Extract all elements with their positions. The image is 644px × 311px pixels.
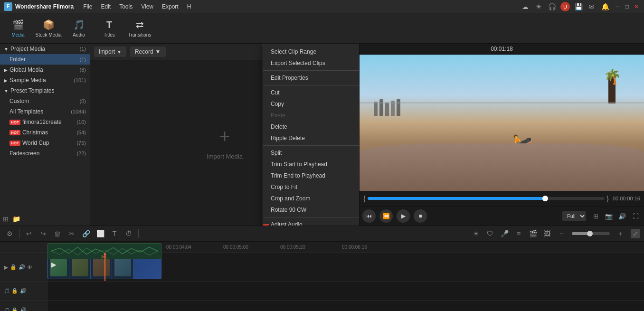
fullscreen-icon[interactable]: ⛶ <box>630 210 641 222</box>
zoom-slider[interactable] <box>572 232 610 235</box>
play-button[interactable]: ▶ <box>397 209 410 223</box>
tl-movie-button[interactable]: 🎬 <box>527 228 539 239</box>
toolbar-stock-media[interactable]: 📦 Stock Media <box>34 15 63 42</box>
sidebar-icon-1[interactable]: ⊞ <box>3 215 9 223</box>
toolbar-titles[interactable]: T Titles <box>95 15 123 42</box>
toolbar-media[interactable]: 🎬 Media <box>4 15 32 42</box>
sidebar-item-project-media[interactable]: ▼ Project Media (1) <box>0 44 90 54</box>
sidebar-item-folder[interactable]: Folder (1) <box>0 54 90 65</box>
camera-snapshot-icon[interactable]: 📷 <box>603 210 615 222</box>
ctx-rotate-90[interactable]: Rotate 90 CW Ctrl+Alt+Right <box>263 204 359 216</box>
sidebar-icon-2[interactable]: 📁 <box>12 215 20 223</box>
all-templates-label: All Templates <box>9 108 71 115</box>
video-track-eye[interactable]: 👁 <box>27 264 32 270</box>
maximize-button[interactable]: □ <box>623 3 631 10</box>
sidebar-item-preset-templates[interactable]: ▼ Preset Templates <box>0 85 90 96</box>
ctx-trim-end[interactable]: Trim End to Playhead Alt+] <box>263 170 359 181</box>
scrubber-bar[interactable] <box>368 197 605 200</box>
minimize-button[interactable]: ─ <box>614 3 621 10</box>
video-track-volume[interactable]: 🔊 <box>19 264 25 270</box>
ctx-crop-to-fit[interactable]: Crop to Fit Ctrl+F <box>263 181 359 193</box>
sidebar-item-global-media[interactable]: ▶ Global Media (8) <box>0 65 90 75</box>
sidebar-item-fadescreen[interactable]: Fadescreen (22) <box>0 148 90 159</box>
custom-label: Custom <box>9 98 80 104</box>
video-frame: 🌴 🛹 🧍 <box>360 55 644 191</box>
audio-track-2-volume[interactable]: 🔊 <box>20 307 27 311</box>
headset-icon[interactable]: 🎧 <box>547 2 557 11</box>
menu-help[interactable]: H <box>183 2 195 11</box>
audio-track-volume[interactable]: 🔊 <box>20 288 27 294</box>
menu-tools[interactable]: Tools <box>115 2 136 11</box>
ctx-rotate-90-label: Rotate 90 CW <box>271 207 306 213</box>
tl-undo-button[interactable]: ↩ <box>23 228 35 239</box>
tl-redo-button[interactable]: ↪ <box>38 228 49 239</box>
import-button[interactable]: Import ▼ <box>94 47 126 57</box>
ctx-cut[interactable]: Cut Ctrl+X <box>263 87 359 98</box>
cloud-icon[interactable]: ☁ <box>521 2 530 11</box>
tl-cut-button[interactable]: ✂ <box>66 228 77 239</box>
ctx-ripple-delete[interactable]: Ripple Delete Shift+Del <box>263 132 359 144</box>
preview-icon-1[interactable]: ⊞ <box>590 210 601 222</box>
record-button[interactable]: Record ▼ <box>130 47 166 57</box>
sidebar-item-world-cup[interactable]: HOT World Cup (75) <box>0 138 90 148</box>
toolbar-transitions[interactable]: ⇄ Transitions <box>125 15 154 42</box>
tl-timer-button[interactable]: ⏱ <box>123 228 134 239</box>
ctx-crop-and-zoom[interactable]: Crop and Zoom Alt+C <box>263 193 359 204</box>
ctx-paste-label: Paste <box>271 112 285 119</box>
menu-export[interactable]: Export <box>158 2 182 11</box>
toolbar-audio[interactable]: 🎵 Audio <box>65 15 93 42</box>
timeline-tracks: 00:00 00:00:00 00:00:04:04 00:00:05:00 0… <box>47 242 644 311</box>
tl-plus-button[interactable]: + <box>615 228 626 239</box>
tl-text-button[interactable]: T <box>109 228 120 239</box>
add-media-icon[interactable]: + <box>219 126 230 147</box>
ctx-delete[interactable]: Delete Del <box>263 121 359 132</box>
sidebar-item-filmora12create[interactable]: HOT filmora12create (10) <box>0 117 90 127</box>
close-button[interactable]: ✕ <box>633 3 640 10</box>
audio-track-lock[interactable]: 🔒 <box>11 288 18 294</box>
tl-expand-button[interactable]: ⤢ <box>631 229 640 238</box>
volume-icon[interactable]: 🔊 <box>616 210 628 222</box>
timeline-toolbar: ⚙ ↩ ↪ 🗑 ✂ 🔗 ⬜ T ⏱ ☀ 🛡 🎤 ≡ 🎬 🖼 − + <box>0 226 644 242</box>
folder-count: (1) <box>80 57 86 62</box>
sidebar-item-all-templates[interactable]: All Templates (1084) <box>0 106 90 117</box>
stop-button[interactable]: ■ <box>414 209 427 223</box>
video-track-lock[interactable]: 🔒 <box>10 264 17 270</box>
avatar-icon[interactable]: U <box>560 2 570 11</box>
ruler-spacer <box>0 242 47 253</box>
zoom-slider-thumb[interactable] <box>587 231 593 236</box>
tl-delete-button[interactable]: 🗑 <box>52 228 63 239</box>
tl-crop-button[interactable]: ⬜ <box>95 228 106 239</box>
sidebar-item-sample-media[interactable]: ▶ Sample Media (101) <box>0 75 90 85</box>
tl-shield-button[interactable]: 🛡 <box>484 228 496 239</box>
notification-icon[interactable]: 🔔 <box>600 2 610 11</box>
timeline-scrubber[interactable]: { } 00:00:00:16 <box>360 191 644 206</box>
tl-link-button[interactable]: 🔗 <box>80 228 92 239</box>
mail-icon[interactable]: ✉ <box>587 2 597 11</box>
ctx-select-clip-range[interactable]: Select Clip Range X <box>263 46 359 57</box>
audio-track-2-lock[interactable]: 🔒 <box>11 307 18 311</box>
step-back-button[interactable]: ⏪ <box>379 209 393 223</box>
quality-select[interactable]: Full 1/2 1/4 <box>562 211 586 221</box>
menu-edit[interactable]: Edit <box>97 2 114 11</box>
ctx-copy[interactable]: Copy Ctrl+C <box>263 98 359 110</box>
tl-snap-button[interactable]: ☀ <box>470 228 482 239</box>
tl-track-button[interactable]: ≡ <box>513 228 524 239</box>
tl-mic-button[interactable]: 🎤 <box>499 228 510 239</box>
go-to-start-button[interactable]: ⏮ <box>362 209 376 223</box>
sidebar-item-christmas[interactable]: HOT Christmas (54) <box>0 127 90 138</box>
ctx-divider-2 <box>263 85 359 85</box>
ctx-adjust-audio[interactable]: Adjust Audio <box>263 219 359 226</box>
tl-settings-button[interactable]: ⚙ <box>4 228 15 239</box>
ctx-export-selected[interactable]: Export Selected Clips <box>263 57 359 69</box>
scrubber-thumb[interactable] <box>542 196 548 201</box>
ctx-edit-properties[interactable]: Edit Properties Alt+E <box>263 72 359 84</box>
tl-photo-button[interactable]: 🖼 <box>541 228 553 239</box>
tl-minus-button[interactable]: − <box>556 228 567 239</box>
ctx-trim-start[interactable]: Trim Start to Playhead Alt+[ <box>263 159 359 170</box>
sidebar-item-custom[interactable]: Custom (0) <box>0 96 90 106</box>
menu-file[interactable]: File <box>79 2 96 11</box>
ctx-split[interactable]: Split Ctrl+B <box>263 147 359 159</box>
menu-view[interactable]: View <box>137 2 157 11</box>
sun-icon[interactable]: ☀ <box>534 2 543 11</box>
save-icon[interactable]: 💾 <box>574 2 583 11</box>
